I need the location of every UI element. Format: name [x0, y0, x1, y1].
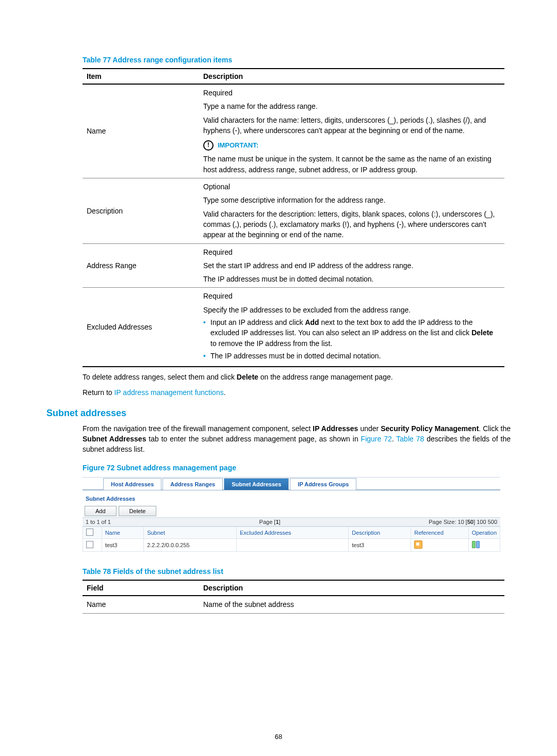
t77-ex-p1: Required — [203, 291, 500, 301]
t77-desc-p1: Optional — [203, 182, 500, 192]
paginator-page: Page [1] — [111, 519, 429, 525]
t77-ex-item: Excluded Addresses — [83, 288, 199, 367]
t77-desc-p3: Valid characters for the description: le… — [203, 209, 500, 240]
t77-desc-item: Description — [83, 178, 199, 243]
important-row: ! IMPORTANT: — [203, 140, 500, 151]
panel-title: Subnet Addresses — [83, 490, 500, 505]
paginator-count: 1 to 1 of 1 — [86, 519, 111, 525]
t77-name-item: Name — [83, 84, 199, 178]
tab-subnet-addresses[interactable]: Subnet Addresses — [224, 478, 289, 490]
row-excluded — [236, 539, 348, 552]
table77-caption: Table 77 Address range configuration ite… — [83, 56, 511, 64]
figure72-link[interactable]: Figure 72 — [361, 435, 392, 443]
t77-ex-desc: Required Specify the IP addresses to be … — [199, 288, 504, 367]
row-name: test3 — [102, 539, 144, 552]
paginator: 1 to 1 of 1 Page [1] Page Size: 10 [50] … — [83, 517, 500, 527]
select-all-checkbox[interactable] — [86, 529, 93, 536]
grid-head-checkbox — [83, 527, 102, 539]
t77-ex-p2: Specify the IP addresses to be excluded … — [203, 305, 500, 315]
table78-link[interactable]: Table 78 — [396, 435, 424, 443]
screenshot: Host Addresses Address Ranges Subnet Add… — [83, 477, 500, 552]
grid-head-referenced[interactable]: Referenced — [411, 527, 468, 539]
toolbar: Add Delete — [83, 505, 500, 517]
table77-head-desc: Description — [199, 69, 504, 84]
tab-host-addresses[interactable]: Host Addresses — [103, 478, 161, 490]
t77-ar-p2: Set the start IP address and end IP addr… — [203, 260, 500, 271]
t77-ar-item: Address Range — [83, 243, 199, 288]
row-referenced — [411, 539, 468, 552]
operation-icon[interactable] — [472, 541, 479, 548]
subnet-paragraph: From the navigation tree of the firewall… — [83, 424, 511, 454]
t77-ex-b1: Input an IP address and click Add next t… — [210, 317, 500, 349]
grid-head-description[interactable]: Description — [349, 527, 411, 539]
important-label: IMPORTANT: — [218, 141, 258, 149]
page-number: 68 — [0, 733, 557, 741]
table78-caption: Table 78 Fields of the subnet address li… — [83, 567, 511, 576]
grid-head-subnet[interactable]: Subnet — [144, 527, 237, 539]
grid: Name Subnet Excluded Addresses Descripti… — [83, 527, 500, 552]
grid-head-excluded[interactable]: Excluded Addresses — [236, 527, 348, 539]
delete-paragraph: To delete address ranges, select them an… — [83, 372, 511, 383]
delete-button[interactable]: Delete — [119, 506, 157, 516]
row-checkbox[interactable] — [86, 541, 93, 548]
table-row: test3 2.2.2.2/0.0.0.255 test3 — [83, 539, 500, 552]
paginator-pagesize: Page Size: 10 [50] 100 500 — [429, 519, 497, 525]
row-subnet: 2.2.2.2/0.0.0.255 — [144, 539, 237, 552]
t77-name-desc: Required Type a name for the address ran… — [199, 84, 504, 178]
add-button[interactable]: Add — [85, 506, 117, 516]
t77-desc-desc: Optional Type some descriptive informati… — [199, 178, 504, 243]
tabs: Host Addresses Address Ranges Subnet Add… — [83, 478, 500, 490]
t77-ar-desc: Required Set the start IP address and en… — [199, 243, 504, 288]
grid-head-name[interactable]: Name — [102, 527, 144, 539]
t77-name-p4: The name must be unique in the system. I… — [203, 154, 500, 175]
table77-head-item: Item — [83, 69, 199, 84]
table78: Field Description Name Name of the subne… — [83, 580, 504, 613]
page: Table 77 Address range configuration ite… — [0, 0, 557, 756]
important-icon: ! — [203, 140, 214, 151]
grid-head-operation[interactable]: Operation — [468, 527, 500, 539]
t77-ex-b2: The IP addresses must be in dotted decim… — [210, 351, 500, 361]
subnet-addresses-heading: Subnet addresses — [46, 408, 511, 419]
tab-ip-address-groups[interactable]: IP Address Groups — [290, 478, 356, 490]
figure72-caption: Figure 72 Subnet address management page — [83, 464, 511, 472]
referenced-icon[interactable] — [414, 540, 422, 549]
t77-ar-p1: Required — [203, 247, 500, 257]
t77-name-p2: Type a name for the address range. — [203, 101, 500, 111]
t78-name-field: Name — [83, 596, 199, 613]
t77-name-p3: Valid characters for the name: letters, … — [203, 115, 500, 136]
row-description: test3 — [349, 539, 411, 552]
row-checkbox-cell — [83, 539, 102, 552]
t77-desc-p2: Type some descriptive information for th… — [203, 195, 500, 205]
t78-name-desc: Name of the subnet address — [199, 596, 504, 613]
ip-mgmt-link[interactable]: IP address management functions — [114, 388, 223, 397]
table78-head-field: Field — [83, 580, 199, 596]
return-paragraph: Return to IP address management function… — [83, 388, 511, 398]
table78-head-desc: Description — [199, 580, 504, 596]
table77: Item Description Name Required Type a na… — [83, 68, 504, 367]
tab-address-ranges[interactable]: Address Ranges — [162, 478, 223, 490]
row-operation — [468, 539, 500, 552]
t77-ar-p3: The IP addresses must be in dotted decim… — [203, 274, 500, 284]
t77-name-p1: Required — [203, 88, 500, 98]
t77-ex-bullets: Input an IP address and click Add next t… — [203, 317, 500, 361]
